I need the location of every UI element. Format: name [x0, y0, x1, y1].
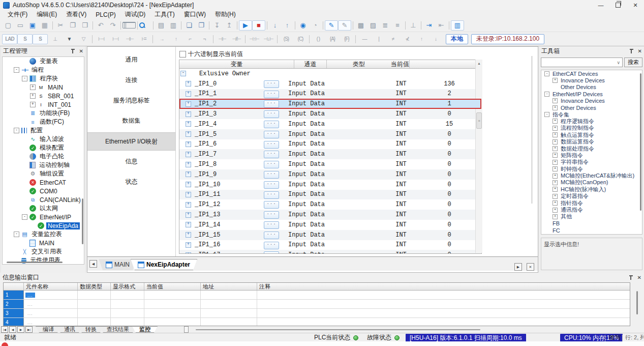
- set-coil-button[interactable]: (S): [279, 34, 293, 44]
- category-item[interactable]: 连接: [87, 71, 175, 89]
- close-panel-icon[interactable]: ✕: [638, 49, 642, 53]
- expander-icon[interactable]: +: [30, 102, 36, 107]
- expander-icon[interactable]: +: [553, 214, 558, 219]
- expand-row-icon[interactable]: +: [186, 91, 191, 97]
- channel-picker-button[interactable]: ...: [264, 181, 279, 189]
- table-row[interactable]: + _IP1_2 Input Data ... INT 1: [179, 99, 481, 109]
- insert-contact-right-button[interactable]: ⊦⊣: [108, 34, 122, 44]
- output-tab[interactable]: 通讯: [57, 326, 82, 333]
- expander-icon[interactable]: +: [553, 98, 558, 103]
- paste-button[interactable]: ❒: [79, 20, 91, 31]
- close-panel-icon[interactable]: ✕: [79, 49, 83, 53]
- table-row[interactable]: + _IP1_17 Input Data ... INT 0: [179, 250, 481, 253]
- expand-row-icon[interactable]: +: [186, 222, 191, 227]
- table-row[interactable]: + _IP1_12 Input Data ... INT 0: [179, 199, 481, 210]
- run-button[interactable]: ▶: [239, 20, 252, 31]
- channel-picker-button[interactable]: ...: [264, 121, 279, 128]
- cell-ellipsis[interactable]: ...: [25, 302, 35, 307]
- column-header[interactable]: 数据类型: [78, 283, 111, 290]
- write-debug-button[interactable]: ✎: [325, 20, 338, 31]
- category-item[interactable]: 数据集: [87, 112, 175, 129]
- menu-item[interactable]: 调试(D): [120, 10, 150, 19]
- tree-item[interactable]: - 程序块: [3, 74, 84, 83]
- tree-item[interactable]: EtherCAT: [3, 178, 84, 187]
- expander-icon[interactable]: +: [553, 187, 558, 192]
- channel-picker-button[interactable]: ...: [264, 221, 279, 229]
- splitter-handle[interactable]: [184, 326, 189, 333]
- save-button[interactable]: ▣: [26, 20, 39, 31]
- channel-picker-button[interactable]: ...: [264, 232, 279, 239]
- table-row[interactable]: + _IP1_7 Input Data ... INT 0: [179, 149, 481, 159]
- tree-item[interactable]: + SBR_001: [3, 92, 84, 100]
- tree-item[interactable]: Other Devices: [541, 84, 642, 91]
- menu-item[interactable]: 文件(F): [3, 10, 32, 19]
- watch-table-row[interactable]: 3 ...: [4, 309, 630, 318]
- expander-icon[interactable]: +: [553, 166, 558, 171]
- table-row[interactable]: + _IP1_1 Input Data ... INT 2: [179, 89, 481, 99]
- hline-button[interactable]: —: [357, 34, 372, 44]
- expander-icon[interactable]: -: [544, 112, 549, 117]
- expand-row-icon[interactable]: +: [186, 81, 191, 86]
- tree-item[interactable]: + Inovance Devices: [541, 77, 642, 83]
- current-value-cell[interactable]: [144, 309, 201, 318]
- current-value-cell[interactable]: [144, 318, 201, 326]
- redo-button[interactable]: ↷: [107, 20, 119, 31]
- channel-picker-button[interactable]: ...: [264, 80, 279, 88]
- print-button[interactable]: ▥: [167, 20, 179, 31]
- close-button[interactable]: ✕: [627, 0, 644, 10]
- expand-row-icon[interactable]: +: [186, 202, 191, 208]
- comment-cell[interactable]: [257, 309, 630, 318]
- download-button[interactable]: ↓: [269, 20, 281, 31]
- close-document-button[interactable]: ✕: [527, 263, 534, 271]
- tree-item[interactable]: + 指针指令: [541, 199, 642, 206]
- category-item[interactable]: 通用: [87, 51, 175, 68]
- reset-coil-button[interactable]: (C): [293, 34, 308, 44]
- scroll-up-icon[interactable]: ▲: [476, 60, 482, 67]
- tree-item[interactable]: - EtherCAT Devices: [541, 70, 642, 77]
- column-header[interactable]: 地址: [201, 283, 257, 290]
- line-corner2-button[interactable]: ¬: [197, 34, 211, 44]
- tree-item[interactable]: 交叉引用表: [3, 247, 84, 256]
- expander-icon[interactable]: +: [553, 139, 558, 145]
- expander-icon[interactable]: -: [544, 92, 549, 97]
- delete-vline-button[interactable]: ⊀: [400, 34, 414, 44]
- monitor-button[interactable]: ◉: [297, 20, 309, 31]
- test-connection-button[interactable]: ⊥: [407, 20, 419, 31]
- column-header[interactable]: 当前值: [144, 283, 201, 290]
- component-name-cell[interactable]: ...: [24, 300, 78, 308]
- tree-item[interactable]: 变量表: [3, 57, 84, 66]
- current-value-cell[interactable]: [144, 300, 201, 308]
- cell-ellipsis[interactable]: ...: [25, 320, 35, 325]
- function-instruction-button[interactable]: {F}: [340, 34, 354, 44]
- data-type-cell[interactable]: [78, 318, 111, 326]
- tree-item[interactable]: + Inovance Devices: [541, 98, 642, 104]
- compile-all-button[interactable]: ▨: [367, 20, 379, 31]
- tree-item[interactable]: 输入滤波: [3, 135, 84, 143]
- panel-layout-button[interactable]: ▥: [451, 20, 464, 31]
- channel-picker-button[interactable]: ...: [264, 100, 279, 108]
- cut-button[interactable]: ✂: [54, 20, 67, 31]
- project-tree-hscrollbar[interactable]: [7, 262, 63, 263]
- search-button[interactable]: [139, 22, 151, 28]
- table-row[interactable]: + _IP1_3 Input Data ... INT 0: [179, 109, 481, 119]
- tree-item[interactable]: 电子凸轮: [3, 152, 84, 161]
- tree-item[interactable]: 以太网: [3, 204, 84, 213]
- tree-item[interactable]: - EtherNet/IP Devices: [541, 91, 642, 97]
- output-vscrollbar[interactable]: [636, 291, 638, 314]
- output-coil-button[interactable]: ( ): [311, 34, 325, 44]
- tree-item[interactable]: + 矩阵指令: [541, 152, 642, 159]
- expander-icon[interactable]: +: [553, 146, 558, 151]
- channel-picker-button[interactable]: ...: [264, 161, 279, 168]
- move-down-button[interactable]: ↓: [428, 34, 443, 44]
- channel-picker-button[interactable]: ...: [264, 131, 279, 138]
- channel-picker-button[interactable]: ...: [264, 110, 279, 118]
- table-vscrollbar[interactable]: ▲ ≡: [475, 60, 482, 253]
- table-row[interactable]: + _IP1_13 Input Data ... INT 0: [179, 210, 481, 220]
- row-number-cell[interactable]: 1: [4, 291, 24, 299]
- tree-item[interactable]: MAIN: [3, 239, 84, 247]
- cascade-windows-button[interactable]: ❏: [183, 20, 195, 31]
- table-row[interactable]: + _IP1_16 Input Data ... INT 0: [179, 240, 481, 250]
- pin-icon[interactable]: [629, 49, 634, 53]
- column-header[interactable]: 变量: [179, 60, 294, 68]
- connect-button[interactable]: ⇥: [423, 20, 435, 31]
